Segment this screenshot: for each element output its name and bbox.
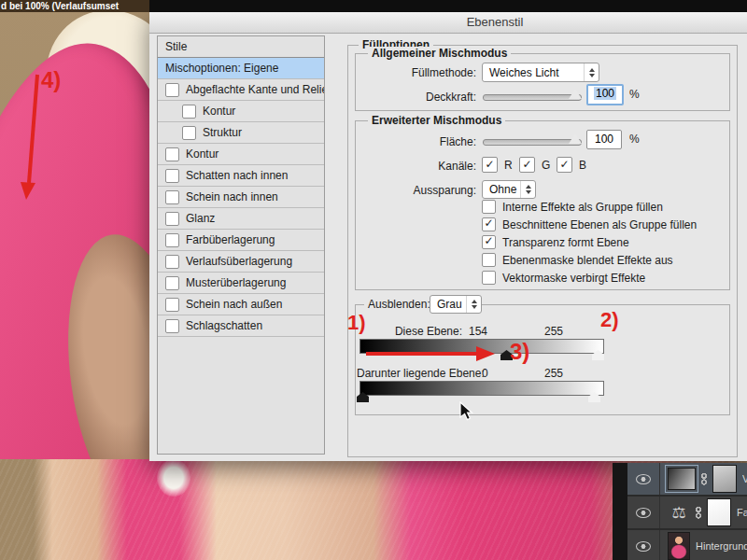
channel-g[interactable]: ✓ G bbox=[519, 157, 550, 173]
layer-row-adjustment[interactable]: ⚖ Fa bbox=[627, 497, 747, 530]
styles-item-pattern-overlay[interactable]: Musterüberlagerung bbox=[158, 273, 324, 294]
channel-b[interactable]: ✓ B bbox=[557, 157, 586, 173]
styles-item-bevel-emboss[interactable]: Abgeflachte Kante und Relief bbox=[158, 79, 324, 101]
knockout-dropdown[interactable]: Ohne bbox=[482, 180, 536, 199]
this-layer-label: Diese Ebene: bbox=[355, 325, 462, 338]
layer-mask-thumbnail[interactable] bbox=[712, 465, 737, 493]
option-blend-clipped[interactable]: ✓ Beschnittene Ebenen als Gruppe füllen bbox=[482, 217, 697, 231]
checkbox[interactable] bbox=[165, 190, 179, 204]
checkbox[interactable]: ✓ bbox=[482, 217, 496, 231]
styles-item-label: Mischoptionen: Eigene bbox=[165, 62, 278, 75]
channel-g-checkbox[interactable]: ✓ bbox=[519, 157, 535, 173]
styles-item-texture[interactable]: Struktur bbox=[158, 122, 324, 144]
channels-label: Kanäle: bbox=[355, 160, 476, 173]
checkbox[interactable] bbox=[165, 276, 179, 290]
eye-icon[interactable] bbox=[636, 541, 651, 552]
advanced-blending-group-label: Erweiterter Mischmodus bbox=[368, 114, 505, 127]
background-thumbnail[interactable] bbox=[668, 532, 690, 560]
checkbox[interactable] bbox=[482, 253, 496, 267]
layer-name[interactable]: Fa bbox=[737, 507, 747, 518]
channel-r[interactable]: ✓ R bbox=[482, 157, 513, 173]
opacity-slider-track[interactable] bbox=[483, 94, 582, 101]
styles-list: Stile Mischoptionen: Eigene Abgeflachte … bbox=[157, 35, 325, 455]
document-tab-title[interactable]: d bei 100% (Verlaufsumset bbox=[0, 0, 150, 12]
eye-icon[interactable] bbox=[636, 508, 651, 518]
dialog-titlebar[interactable]: Ebenenstil bbox=[149, 12, 747, 34]
option-transparency-shapes[interactable]: ✓ Transparenz formt Ebene bbox=[482, 235, 629, 249]
layer-name[interactable]: Ve bbox=[742, 473, 747, 484]
styles-item-label: Schlagschatten bbox=[186, 319, 262, 332]
styles-item-satin[interactable]: Glanz bbox=[158, 208, 324, 230]
checkbox[interactable] bbox=[165, 83, 179, 97]
opacity-value-field[interactable]: 100 bbox=[586, 84, 624, 105]
annotation-4: 4) bbox=[41, 67, 61, 93]
blend-if-label: Ausblenden: bbox=[364, 298, 434, 311]
option-label: Interne Effekte als Gruppe füllen bbox=[502, 201, 663, 214]
fill-opacity-value-field[interactable]: 100 bbox=[586, 130, 622, 149]
layer-name[interactable]: Hintergrund bbox=[696, 540, 747, 552]
checkbox[interactable] bbox=[482, 200, 496, 214]
layer-row-background[interactable]: Hintergrund bbox=[627, 530, 747, 560]
scales-icon[interactable]: ⚖ bbox=[668, 503, 690, 523]
styles-item-stile[interactable]: Stile bbox=[158, 36, 324, 58]
underlying-gradient-bar[interactable] bbox=[359, 381, 604, 396]
checkbox[interactable] bbox=[482, 271, 496, 285]
styles-item-label: Schatten nach innen bbox=[186, 169, 288, 182]
mouse-cursor-icon bbox=[459, 401, 474, 422]
checkbox[interactable] bbox=[182, 105, 196, 119]
channel-b-checkbox[interactable]: ✓ bbox=[557, 157, 572, 173]
option-label: Ebenenmaske blendet Effekte aus bbox=[502, 254, 673, 267]
link-icon bbox=[700, 472, 708, 485]
styles-item-label: Stile bbox=[165, 40, 187, 53]
option-blend-interior[interactable]: Interne Effekte als Gruppe füllen bbox=[482, 200, 663, 214]
layer-mask-thumbnail[interactable] bbox=[707, 498, 731, 526]
blend-mode-label: Füllmethode: bbox=[355, 66, 476, 79]
option-label: Beschnittene Ebenen als Gruppe füllen bbox=[502, 218, 697, 231]
checkbox[interactable] bbox=[165, 169, 179, 183]
this-layer-max-value: 255 bbox=[544, 325, 563, 338]
styles-item-color-overlay[interactable]: Farbüberlagerung bbox=[158, 230, 324, 251]
styles-item-gradient-overlay[interactable]: Verlaufsüberlagerung bbox=[158, 251, 324, 273]
blend-mode-dropdown[interactable]: Weiches Licht bbox=[482, 63, 599, 82]
annotation-3: 3) bbox=[510, 339, 529, 365]
blend-if-group bbox=[355, 304, 730, 415]
visibility-cell[interactable] bbox=[627, 530, 660, 560]
eye-icon[interactable] bbox=[636, 474, 651, 484]
visibility-cell[interactable] bbox=[627, 497, 660, 528]
styles-item-stroke[interactable]: Kontur bbox=[158, 144, 324, 165]
checkbox[interactable] bbox=[165, 319, 179, 333]
blend-mode-value: Weiches Licht bbox=[489, 66, 558, 79]
checkbox[interactable]: ✓ bbox=[482, 235, 496, 249]
option-vector-mask-hides[interactable]: Vektormaske verbirgt Effekte bbox=[482, 271, 645, 285]
styles-item-label: Verlaufsüberlagerung bbox=[186, 255, 292, 268]
dropdown-arrows-icon bbox=[584, 63, 599, 81]
checkbox[interactable] bbox=[182, 126, 196, 140]
link-icon bbox=[695, 506, 702, 519]
top-bar bbox=[149, 0, 747, 12]
option-layer-mask-hides[interactable]: Ebenenmaske blendet Effekte aus bbox=[482, 253, 673, 267]
blend-if-dropdown[interactable]: Grau bbox=[430, 295, 482, 314]
styles-item-inner-glow[interactable]: Schein nach innen bbox=[158, 187, 324, 208]
checkbox[interactable] bbox=[165, 298, 179, 312]
visibility-cell[interactable] bbox=[627, 463, 660, 495]
styles-item-drop-shadow[interactable]: Schlagschatten bbox=[158, 315, 324, 337]
layer-row-gradient-map[interactable]: Ve bbox=[627, 463, 747, 497]
channel-b-label: B bbox=[579, 159, 586, 172]
styles-item-inner-shadow[interactable]: Schatten nach innen bbox=[158, 165, 324, 187]
checkbox[interactable] bbox=[165, 233, 179, 247]
this-layer-gradient-bar[interactable] bbox=[359, 339, 604, 354]
styles-item-blending-options[interactable]: Mischoptionen: Eigene bbox=[158, 58, 324, 79]
fill-opacity-slider-track[interactable] bbox=[483, 139, 582, 146]
styles-item-contour[interactable]: Kontur bbox=[158, 101, 324, 122]
annotation-1: 1) bbox=[347, 311, 366, 335]
checkbox[interactable] bbox=[165, 255, 179, 269]
styles-item-outer-glow[interactable]: Schein nach außen bbox=[158, 294, 324, 315]
checkbox[interactable] bbox=[165, 147, 179, 161]
fill-opacity-unit: % bbox=[629, 133, 640, 146]
styles-item-label: Abgeflachte Kante und Relief bbox=[186, 83, 324, 96]
dialog-title: Ebenenstil bbox=[149, 15, 747, 29]
gradient-map-thumbnail[interactable] bbox=[668, 468, 696, 490]
layers-panel: Ve ⚖ Fa Hintergrund bbox=[613, 463, 747, 560]
checkbox[interactable] bbox=[165, 212, 179, 226]
channel-r-checkbox[interactable]: ✓ bbox=[482, 157, 498, 173]
